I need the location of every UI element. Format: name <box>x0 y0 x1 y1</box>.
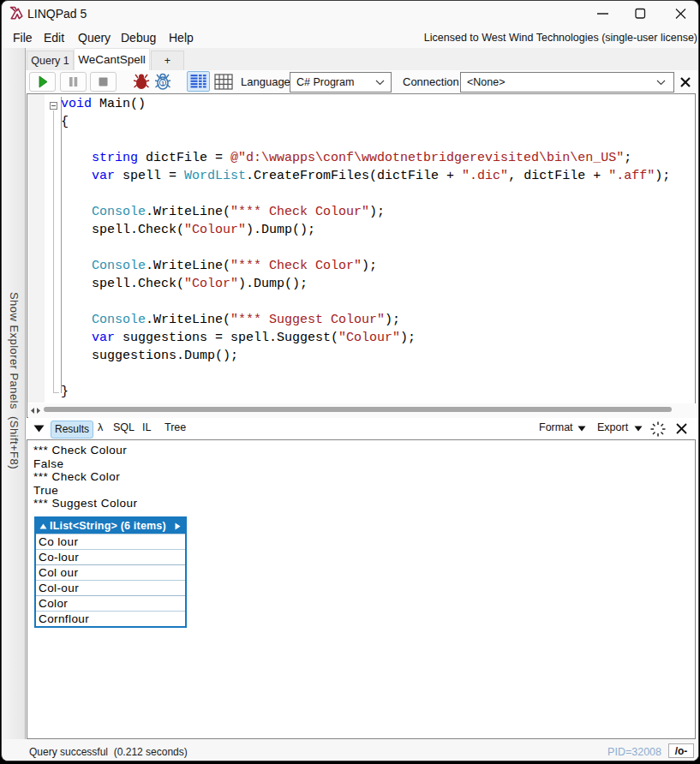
svg-text:1: 1 <box>161 80 165 87</box>
